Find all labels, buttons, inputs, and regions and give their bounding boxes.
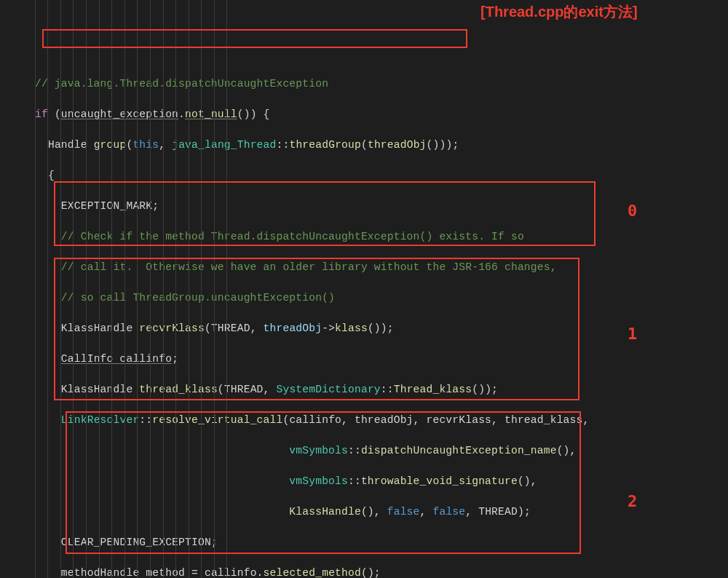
- code-line[interactable]: KlassHandle(), false, false, THREAD);: [35, 504, 728, 520]
- annotation-label-1: 1: [628, 325, 637, 343]
- code-line[interactable]: CLEAR_PENDING_EXCEPTION;: [35, 535, 728, 550]
- annotation-label-2: 2: [628, 492, 637, 510]
- code-line[interactable]: // Check if the method Thread.dispatchUn…: [35, 229, 728, 245]
- code-line[interactable]: // java.lang.Thread.dispatchUncaughtExce…: [35, 76, 728, 92]
- keyword-this: this: [132, 139, 159, 151]
- code-line[interactable]: Handle group(this, java_lang_Thread::thr…: [35, 138, 728, 153]
- code-line[interactable]: KlassHandle recvrKlass(THREAD, threadObj…: [35, 321, 728, 336]
- keyword-if: if: [35, 108, 48, 120]
- annotation-label-0: 0: [628, 202, 637, 220]
- code-line[interactable]: methodHandle method = callinfo.selected_…: [35, 566, 728, 578]
- code-line[interactable]: KlassHandle thread_klass(THREAD, SystemD…: [35, 382, 728, 397]
- comment: // java.lang.Thread.dispatchUncaughtExce…: [35, 78, 328, 90]
- code-line[interactable]: // call it. Otherwise we have an older l…: [35, 260, 728, 275]
- code-line[interactable]: EXCEPTION_MARK;: [35, 199, 728, 214]
- code-line[interactable]: {: [35, 168, 728, 183]
- annotation-title: [Thread.cpp的exit方法]: [480, 2, 638, 22]
- code-line[interactable]: vmSymbols::dispatchUncaughtException_nam…: [35, 443, 728, 459]
- code-line[interactable]: vmSymbols::throwable_void_signature(),: [35, 474, 728, 489]
- comment: // so call ThreadGroup.uncaughtException…: [61, 292, 335, 304]
- code-line[interactable]: if (uncaught_exception.not_null()) {: [35, 107, 728, 122]
- code-editor[interactable]: // java.lang.Thread.dispatchUncaughtExce…: [0, 0, 728, 578]
- comment: // Check if the method Thread.dispatchUn…: [61, 231, 524, 242]
- code-line[interactable]: LinkResolver::resolve_virtual_call(calli…: [35, 413, 728, 428]
- comment: // call it. Otherwise we have an older l…: [61, 261, 557, 273]
- code-line[interactable]: CallInfo callinfo;: [35, 352, 728, 367]
- code-line[interactable]: // so call ThreadGroup.uncaughtException…: [35, 290, 728, 306]
